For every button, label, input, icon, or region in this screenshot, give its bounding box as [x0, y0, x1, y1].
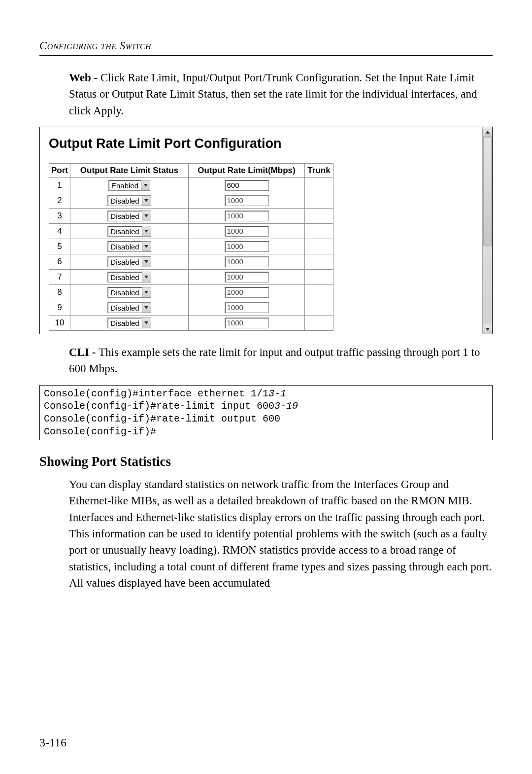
svg-marker-2 [144, 214, 148, 217]
status-select[interactable]: Disabled [107, 272, 151, 282]
port-cell: 9 [49, 300, 70, 316]
dropdown-button[interactable] [141, 180, 150, 190]
port-cell: 3 [49, 209, 70, 224]
status-select[interactable]: Disabled [107, 317, 151, 328]
trunk-cell [305, 300, 333, 316]
status-select[interactable]: Disabled [107, 226, 151, 237]
status-cell: Disabled [70, 209, 189, 224]
svg-marker-1 [144, 199, 148, 202]
status-cell: Disabled [70, 254, 189, 270]
status-value: Disabled [108, 319, 141, 327]
chevron-down-icon [144, 276, 148, 279]
trunk-cell [305, 270, 333, 285]
col-rate: Output Rate Limit(Mbps) [189, 164, 305, 178]
status-select[interactable]: Disabled [107, 287, 151, 298]
rate-cell: 1000 [189, 285, 305, 300]
scroll-up-button[interactable] [483, 127, 492, 137]
rate-input[interactable]: 1000 [225, 241, 269, 252]
svg-marker-3 [144, 230, 148, 233]
chevron-down-icon [144, 321, 148, 324]
svg-marker-11 [486, 328, 490, 331]
rate-input[interactable]: 1000 [225, 302, 269, 313]
table-header-row: Port Output Rate Limit Status Output Rat… [49, 164, 333, 178]
dropdown-button[interactable] [142, 303, 151, 313]
rate-input[interactable]: 1000 [225, 211, 269, 221]
port-cell: 5 [49, 239, 70, 254]
status-cell: Disabled [70, 193, 189, 209]
chevron-down-icon [144, 184, 148, 187]
cli-example: Console(config)#interface ethernet 1/13-… [39, 385, 493, 440]
status-cell: Disabled [70, 316, 189, 331]
scrollbar[interactable] [482, 127, 492, 334]
chevron-down-icon [144, 291, 148, 294]
dropdown-button[interactable] [142, 287, 151, 297]
status-cell: Disabled [70, 270, 189, 285]
status-select[interactable]: Enabled [108, 180, 150, 191]
svg-marker-5 [144, 260, 148, 263]
cli-instructions: CLI - This example sets the rate limit f… [69, 344, 493, 377]
rate-cell: 1000 [189, 239, 305, 254]
trunk-cell [305, 239, 333, 254]
chevron-down-icon [144, 245, 148, 248]
dropdown-button[interactable] [142, 226, 151, 236]
table-row: 5Disabled1000 [49, 239, 333, 254]
svg-marker-10 [486, 131, 490, 134]
status-value: Disabled [108, 212, 141, 220]
chevron-down-icon [486, 328, 490, 331]
status-value: Enabled [109, 181, 141, 190]
rate-input[interactable]: 1000 [225, 287, 269, 298]
cli-line-1: Console(config)#interface ethernet 1/13-… [44, 388, 286, 399]
status-select[interactable]: Disabled [107, 302, 151, 313]
scroll-down-button[interactable] [483, 324, 492, 334]
svg-marker-8 [144, 306, 148, 309]
rate-input[interactable]: 1000 [225, 195, 269, 206]
dropdown-button[interactable] [142, 318, 151, 328]
rate-cell: 1000 [189, 254, 305, 270]
status-cell: Disabled [70, 239, 189, 254]
rate-input[interactable]: 1000 [225, 317, 269, 328]
trunk-cell [305, 254, 333, 270]
cli-line-4: Console(config-if)# [44, 426, 156, 437]
status-select[interactable]: Disabled [107, 211, 151, 221]
rate-input[interactable]: 1000 [225, 226, 269, 237]
chevron-down-icon [144, 230, 148, 233]
port-cell: 6 [49, 254, 70, 270]
svg-marker-9 [144, 321, 148, 324]
rate-cell: 1000 [189, 224, 305, 239]
svg-marker-7 [144, 291, 148, 294]
rate-input[interactable]: 1000 [225, 272, 269, 282]
cli-text: This example sets the rate limit for inp… [69, 346, 480, 375]
trunk-cell [305, 178, 333, 193]
status-select[interactable]: Disabled [107, 256, 151, 267]
dropdown-button[interactable] [142, 272, 151, 282]
web-instructions: Web - Click Rate Limit, Input/Output Por… [69, 70, 493, 119]
dropdown-button[interactable] [142, 196, 151, 206]
table-row: 7Disabled1000 [49, 270, 333, 285]
status-select[interactable]: Disabled [107, 195, 151, 206]
dropdown-button[interactable] [142, 242, 151, 251]
port-cell: 1 [49, 178, 70, 193]
status-value: Disabled [108, 243, 141, 251]
table-row: 2Disabled1000 [49, 193, 333, 209]
status-select[interactable]: Disabled [107, 241, 151, 252]
config-screenshot: Output Rate Limit Port Configuration Por… [39, 127, 493, 334]
rate-input[interactable]: 600 [225, 180, 269, 191]
table-row: 10Disabled1000 [49, 316, 333, 331]
port-cell: 4 [49, 224, 70, 239]
port-table: Port Output Rate Limit Status Output Rat… [49, 163, 333, 331]
trunk-cell [305, 209, 333, 224]
status-value: Disabled [108, 197, 141, 205]
cli-lead: CLI - [69, 346, 99, 358]
web-lead: Web - [69, 71, 100, 84]
rate-cell: 1000 [189, 193, 305, 209]
port-cell: 10 [49, 316, 70, 331]
rate-cell: 1000 [189, 316, 305, 331]
dropdown-button[interactable] [142, 257, 151, 267]
rate-input[interactable]: 1000 [225, 256, 269, 267]
svg-marker-0 [144, 184, 148, 187]
dropdown-button[interactable] [142, 211, 151, 221]
trunk-cell [305, 316, 333, 331]
col-status: Output Rate Limit Status [70, 164, 189, 178]
trunk-cell [305, 224, 333, 239]
scroll-thumb[interactable] [483, 137, 492, 246]
